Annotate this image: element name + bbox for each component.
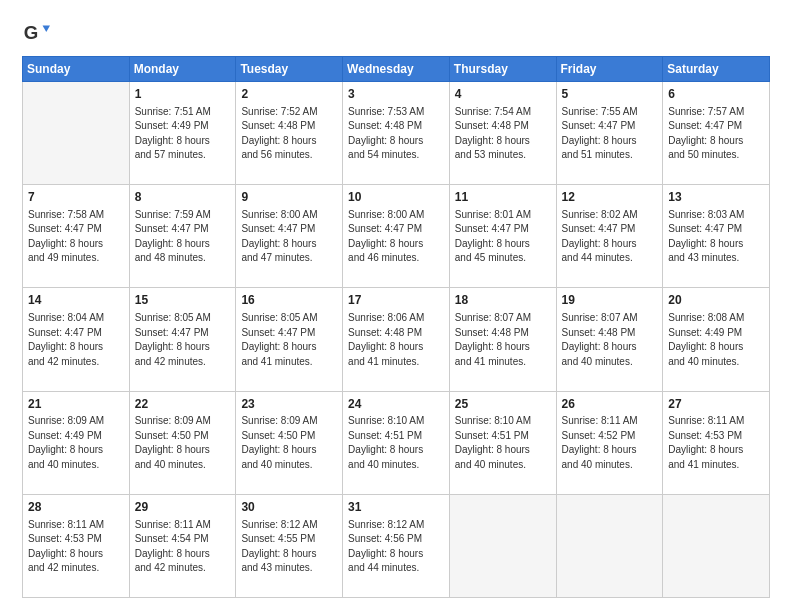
calendar-cell: 21Sunrise: 8:09 AMSunset: 4:49 PMDayligh…	[23, 391, 130, 494]
calendar-cell: 20Sunrise: 8:08 AMSunset: 4:49 PMDayligh…	[663, 288, 770, 391]
calendar-week-4: 28Sunrise: 8:11 AMSunset: 4:53 PMDayligh…	[23, 494, 770, 597]
calendar-cell: 8Sunrise: 7:59 AMSunset: 4:47 PMDaylight…	[129, 185, 236, 288]
day-info: Sunrise: 8:02 AMSunset: 4:47 PMDaylight:…	[562, 208, 658, 266]
day-number: 9	[241, 189, 337, 206]
day-info: Sunrise: 8:11 AMSunset: 4:54 PMDaylight:…	[135, 518, 231, 576]
calendar-cell: 29Sunrise: 8:11 AMSunset: 4:54 PMDayligh…	[129, 494, 236, 597]
day-number: 26	[562, 396, 658, 413]
day-info: Sunrise: 8:07 AMSunset: 4:48 PMDaylight:…	[562, 311, 658, 369]
day-number: 7	[28, 189, 124, 206]
calendar-header-row: SundayMondayTuesdayWednesdayThursdayFrid…	[23, 57, 770, 82]
day-number: 3	[348, 86, 444, 103]
calendar-cell: 16Sunrise: 8:05 AMSunset: 4:47 PMDayligh…	[236, 288, 343, 391]
day-info: Sunrise: 8:06 AMSunset: 4:48 PMDaylight:…	[348, 311, 444, 369]
calendar-cell: 26Sunrise: 8:11 AMSunset: 4:52 PMDayligh…	[556, 391, 663, 494]
day-info: Sunrise: 8:09 AMSunset: 4:50 PMDaylight:…	[241, 414, 337, 472]
day-number: 8	[135, 189, 231, 206]
calendar-cell: 25Sunrise: 8:10 AMSunset: 4:51 PMDayligh…	[449, 391, 556, 494]
day-info: Sunrise: 8:05 AMSunset: 4:47 PMDaylight:…	[135, 311, 231, 369]
calendar-cell	[23, 82, 130, 185]
day-number: 1	[135, 86, 231, 103]
calendar-cell: 19Sunrise: 8:07 AMSunset: 4:48 PMDayligh…	[556, 288, 663, 391]
day-info: Sunrise: 8:11 AMSunset: 4:53 PMDaylight:…	[668, 414, 764, 472]
logo-icon: G	[22, 18, 50, 46]
day-number: 4	[455, 86, 551, 103]
day-info: Sunrise: 7:53 AMSunset: 4:48 PMDaylight:…	[348, 105, 444, 163]
calendar-cell: 23Sunrise: 8:09 AMSunset: 4:50 PMDayligh…	[236, 391, 343, 494]
calendar-cell	[449, 494, 556, 597]
calendar-cell: 27Sunrise: 8:11 AMSunset: 4:53 PMDayligh…	[663, 391, 770, 494]
calendar-cell: 15Sunrise: 8:05 AMSunset: 4:47 PMDayligh…	[129, 288, 236, 391]
day-number: 27	[668, 396, 764, 413]
day-number: 2	[241, 86, 337, 103]
day-number: 30	[241, 499, 337, 516]
day-number: 15	[135, 292, 231, 309]
day-info: Sunrise: 8:07 AMSunset: 4:48 PMDaylight:…	[455, 311, 551, 369]
calendar-table: SundayMondayTuesdayWednesdayThursdayFrid…	[22, 56, 770, 598]
day-info: Sunrise: 8:03 AMSunset: 4:47 PMDaylight:…	[668, 208, 764, 266]
day-info: Sunrise: 7:57 AMSunset: 4:47 PMDaylight:…	[668, 105, 764, 163]
day-info: Sunrise: 7:55 AMSunset: 4:47 PMDaylight:…	[562, 105, 658, 163]
day-header-friday: Friday	[556, 57, 663, 82]
page-header: G	[22, 18, 770, 46]
calendar-cell: 12Sunrise: 8:02 AMSunset: 4:47 PMDayligh…	[556, 185, 663, 288]
calendar-cell: 1Sunrise: 7:51 AMSunset: 4:49 PMDaylight…	[129, 82, 236, 185]
day-info: Sunrise: 8:10 AMSunset: 4:51 PMDaylight:…	[455, 414, 551, 472]
day-header-thursday: Thursday	[449, 57, 556, 82]
calendar-cell: 31Sunrise: 8:12 AMSunset: 4:56 PMDayligh…	[343, 494, 450, 597]
day-info: Sunrise: 7:51 AMSunset: 4:49 PMDaylight:…	[135, 105, 231, 163]
day-info: Sunrise: 8:08 AMSunset: 4:49 PMDaylight:…	[668, 311, 764, 369]
day-number: 10	[348, 189, 444, 206]
day-number: 6	[668, 86, 764, 103]
day-number: 22	[135, 396, 231, 413]
calendar-cell	[663, 494, 770, 597]
day-info: Sunrise: 8:09 AMSunset: 4:49 PMDaylight:…	[28, 414, 124, 472]
day-info: Sunrise: 7:54 AMSunset: 4:48 PMDaylight:…	[455, 105, 551, 163]
day-info: Sunrise: 8:09 AMSunset: 4:50 PMDaylight:…	[135, 414, 231, 472]
day-number: 11	[455, 189, 551, 206]
day-number: 23	[241, 396, 337, 413]
day-number: 20	[668, 292, 764, 309]
day-number: 17	[348, 292, 444, 309]
calendar-cell: 18Sunrise: 8:07 AMSunset: 4:48 PMDayligh…	[449, 288, 556, 391]
day-info: Sunrise: 8:01 AMSunset: 4:47 PMDaylight:…	[455, 208, 551, 266]
day-number: 25	[455, 396, 551, 413]
day-info: Sunrise: 8:05 AMSunset: 4:47 PMDaylight:…	[241, 311, 337, 369]
calendar-cell: 30Sunrise: 8:12 AMSunset: 4:55 PMDayligh…	[236, 494, 343, 597]
day-info: Sunrise: 8:12 AMSunset: 4:56 PMDaylight:…	[348, 518, 444, 576]
calendar-cell: 10Sunrise: 8:00 AMSunset: 4:47 PMDayligh…	[343, 185, 450, 288]
svg-marker-1	[43, 25, 50, 32]
calendar-week-2: 14Sunrise: 8:04 AMSunset: 4:47 PMDayligh…	[23, 288, 770, 391]
day-info: Sunrise: 8:11 AMSunset: 4:53 PMDaylight:…	[28, 518, 124, 576]
calendar-cell: 11Sunrise: 8:01 AMSunset: 4:47 PMDayligh…	[449, 185, 556, 288]
logo: G	[22, 18, 54, 46]
day-number: 31	[348, 499, 444, 516]
day-info: Sunrise: 8:10 AMSunset: 4:51 PMDaylight:…	[348, 414, 444, 472]
calendar-cell: 6Sunrise: 7:57 AMSunset: 4:47 PMDaylight…	[663, 82, 770, 185]
day-header-tuesday: Tuesday	[236, 57, 343, 82]
day-number: 24	[348, 396, 444, 413]
day-info: Sunrise: 8:12 AMSunset: 4:55 PMDaylight:…	[241, 518, 337, 576]
day-info: Sunrise: 8:04 AMSunset: 4:47 PMDaylight:…	[28, 311, 124, 369]
calendar-cell: 14Sunrise: 8:04 AMSunset: 4:47 PMDayligh…	[23, 288, 130, 391]
day-number: 14	[28, 292, 124, 309]
calendar-week-3: 21Sunrise: 8:09 AMSunset: 4:49 PMDayligh…	[23, 391, 770, 494]
calendar-cell: 5Sunrise: 7:55 AMSunset: 4:47 PMDaylight…	[556, 82, 663, 185]
calendar-cell: 2Sunrise: 7:52 AMSunset: 4:48 PMDaylight…	[236, 82, 343, 185]
calendar-cell: 4Sunrise: 7:54 AMSunset: 4:48 PMDaylight…	[449, 82, 556, 185]
calendar-cell: 17Sunrise: 8:06 AMSunset: 4:48 PMDayligh…	[343, 288, 450, 391]
day-info: Sunrise: 8:00 AMSunset: 4:47 PMDaylight:…	[348, 208, 444, 266]
day-number: 28	[28, 499, 124, 516]
day-header-monday: Monday	[129, 57, 236, 82]
calendar-cell: 3Sunrise: 7:53 AMSunset: 4:48 PMDaylight…	[343, 82, 450, 185]
calendar-cell: 24Sunrise: 8:10 AMSunset: 4:51 PMDayligh…	[343, 391, 450, 494]
day-number: 16	[241, 292, 337, 309]
calendar-cell	[556, 494, 663, 597]
day-number: 13	[668, 189, 764, 206]
day-info: Sunrise: 8:00 AMSunset: 4:47 PMDaylight:…	[241, 208, 337, 266]
day-info: Sunrise: 7:59 AMSunset: 4:47 PMDaylight:…	[135, 208, 231, 266]
svg-text:G: G	[24, 22, 39, 43]
day-number: 19	[562, 292, 658, 309]
calendar-cell: 9Sunrise: 8:00 AMSunset: 4:47 PMDaylight…	[236, 185, 343, 288]
calendar-week-1: 7Sunrise: 7:58 AMSunset: 4:47 PMDaylight…	[23, 185, 770, 288]
